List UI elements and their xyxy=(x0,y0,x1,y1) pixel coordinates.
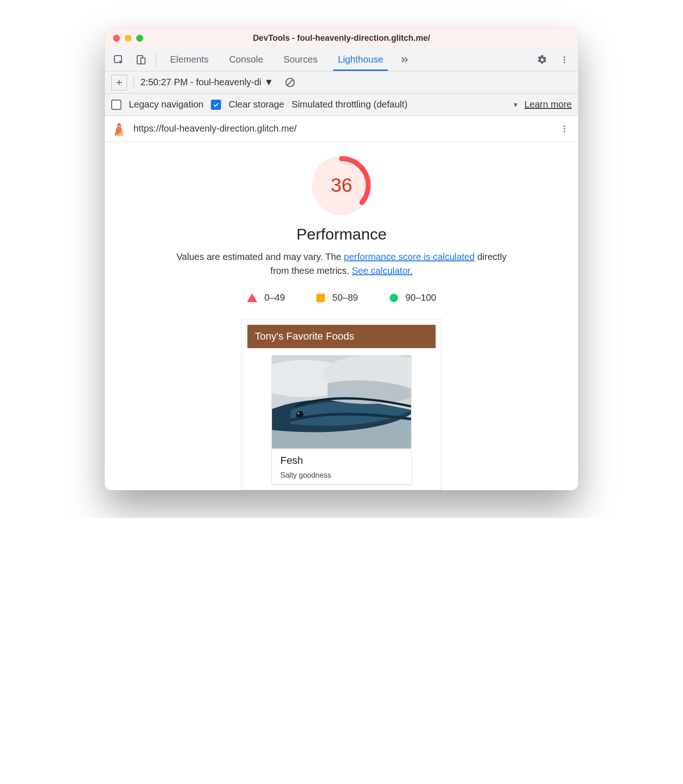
svg-marker-11 xyxy=(117,122,121,124)
learn-more-link[interactable]: Learn more xyxy=(525,99,572,110)
screenshot-banner: Tony's Favorite Foods xyxy=(247,325,436,348)
tab-label: Elements xyxy=(170,54,209,65)
report-selector-label: 2:50:27 PM - foul-heavenly-di xyxy=(140,77,261,88)
report-url-bar: https://foul-heavenly-direction.glitch.m… xyxy=(105,116,578,142)
zoom-window-button[interactable] xyxy=(136,35,143,42)
divider xyxy=(156,53,156,66)
report-selector[interactable]: 2:50:27 PM - foul-heavenly-di ▼ xyxy=(140,77,273,88)
legend-label: 90–100 xyxy=(405,292,436,303)
tab-console[interactable]: Console xyxy=(222,48,269,71)
chevron-down-icon: ▼ xyxy=(264,77,273,88)
svg-point-12 xyxy=(563,125,565,126)
svg-point-20 xyxy=(297,412,299,414)
page-screenshot: Tony's Favorite Foods xyxy=(241,319,442,490)
chevron-down-icon[interactable]: ▼ xyxy=(512,101,519,108)
legend-label: 50–89 xyxy=(332,292,358,303)
clear-storage-checkbox[interactable] xyxy=(211,100,221,110)
card-title: Fesh xyxy=(280,455,403,467)
score-legend: 0–49 50–89 90–100 xyxy=(119,292,564,303)
legacy-navigation-label: Legacy navigation xyxy=(129,99,203,110)
tab-label: Lighthouse xyxy=(338,54,383,65)
legend-label: 0–49 xyxy=(265,292,285,303)
close-window-button[interactable] xyxy=(113,35,120,42)
tab-sources[interactable]: Sources xyxy=(277,48,324,71)
titlebar: DevTools - foul-heavenly-direction.glitc… xyxy=(105,28,578,48)
throttling-label: Simulated throttling (default) xyxy=(291,99,407,110)
clear-icon[interactable] xyxy=(283,75,297,90)
window-title: DevTools - foul-heavenly-direction.glitc… xyxy=(253,33,430,43)
lighthouse-report: 36 Performance Values are estimated and … xyxy=(105,142,578,490)
score-gauge: 36 xyxy=(312,156,371,215)
screenshot-card: Fesh Salty goodness xyxy=(272,448,411,484)
tab-lighthouse[interactable]: Lighthouse xyxy=(331,48,390,71)
svg-point-4 xyxy=(563,59,565,60)
new-report-button[interactable]: + xyxy=(111,75,127,90)
tab-label: Sources xyxy=(284,54,317,65)
card-subtitle: Salty goodness xyxy=(280,471,403,480)
legend-low: 0–49 xyxy=(247,292,285,303)
category-description: Values are estimated and may vary. The p… xyxy=(175,250,508,278)
report-menu-icon[interactable] xyxy=(558,124,571,133)
settings-icon[interactable] xyxy=(535,52,550,67)
divider xyxy=(133,76,134,89)
category-title: Performance xyxy=(119,225,564,243)
square-icon xyxy=(316,294,325,302)
desc-text: Values are estimated and may vary. The xyxy=(177,252,344,262)
device-toolbar-icon[interactable] xyxy=(133,52,148,67)
tab-elements[interactable]: Elements xyxy=(164,48,215,71)
more-tabs-icon[interactable] xyxy=(397,52,412,67)
lighthouse-toolbar-1: + 2:50:27 PM - foul-heavenly-di ▼ xyxy=(105,71,578,94)
report-url: https://foul-heavenly-direction.glitch.m… xyxy=(133,123,550,134)
devtools-window: DevTools - foul-heavenly-direction.glitc… xyxy=(105,28,578,490)
screenshot-image xyxy=(272,355,411,448)
perf-score-link[interactable]: performance score is calculated xyxy=(344,252,474,262)
kebab-menu-icon[interactable] xyxy=(557,52,572,67)
svg-point-5 xyxy=(563,62,565,63)
svg-rect-10 xyxy=(118,125,120,127)
legend-high: 90–100 xyxy=(390,292,436,303)
lighthouse-icon xyxy=(112,122,126,136)
minimize-window-button[interactable] xyxy=(125,35,132,42)
svg-point-13 xyxy=(563,128,565,129)
inspect-element-icon[interactable] xyxy=(111,52,126,67)
svg-point-14 xyxy=(563,131,565,132)
devtools-tabs: Elements Console Sources Lighthouse xyxy=(105,48,578,71)
clear-storage-label: Clear storage xyxy=(228,99,284,110)
window-controls xyxy=(113,35,143,42)
legacy-navigation-checkbox[interactable] xyxy=(111,100,121,110)
svg-rect-2 xyxy=(141,58,145,64)
see-calculator-link[interactable]: See calculator. xyxy=(352,266,412,276)
tab-label: Console xyxy=(229,54,263,65)
svg-point-3 xyxy=(563,56,565,57)
lighthouse-toolbar-2: Legacy navigation Clear storage Simulate… xyxy=(105,94,578,116)
legend-mid: 50–89 xyxy=(316,292,358,303)
triangle-icon xyxy=(247,293,257,302)
score-value: 36 xyxy=(312,156,371,215)
circle-icon xyxy=(390,294,398,302)
